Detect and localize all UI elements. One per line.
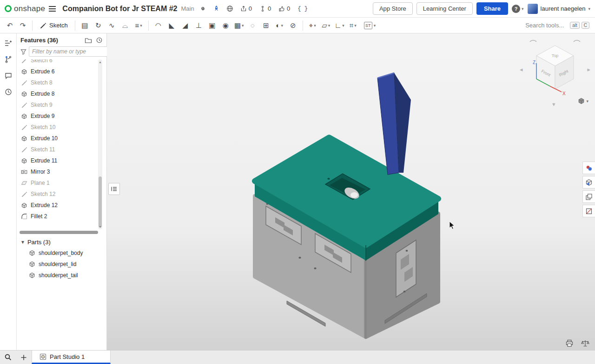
part-item-shoulderpet_tail[interactable]: shoulderpet_tail bbox=[17, 270, 106, 281]
add-tab-button[interactable] bbox=[16, 351, 32, 364]
tool-loft-button[interactable]: ⌓ bbox=[119, 20, 132, 32]
feature-item-extrude-6[interactable]: Extrude 6 bbox=[17, 66, 106, 77]
learning-center-button[interactable]: Learning Center bbox=[416, 2, 473, 15]
globe-icon[interactable] bbox=[225, 5, 235, 12]
feature-list-view-toggle[interactable] bbox=[108, 183, 120, 195]
feature-item-fillet-2[interactable]: Fillet 2 bbox=[17, 211, 106, 222]
scrollbar-thumb[interactable] bbox=[99, 176, 102, 228]
feature-item-sketch-6[interactable]: Sketch 6 bbox=[17, 59, 106, 66]
extrude-icon bbox=[21, 68, 27, 75]
tool-sweep-button[interactable]: ∿ bbox=[106, 20, 118, 32]
tool-circular-pattern-button[interactable]: ◌ bbox=[246, 20, 259, 32]
feature-list-hscrollbar[interactable] bbox=[20, 231, 98, 234]
feature-filter-input[interactable] bbox=[29, 46, 108, 57]
shell-icon: ▣ bbox=[209, 22, 215, 29]
workspace-name[interactable]: Main bbox=[181, 5, 194, 12]
feature-list-scrollbar[interactable]: ▲ ▼ bbox=[98, 59, 102, 229]
feature-item-mirror-3[interactable]: Mirror 3 bbox=[17, 166, 106, 177]
sketch-button[interactable]: Sketch bbox=[36, 19, 72, 32]
tool-surface-button[interactable]: ▱▾ bbox=[320, 20, 332, 32]
revolve-icon: ↻ bbox=[95, 22, 101, 29]
comments-panel-button[interactable] bbox=[3, 71, 14, 81]
tool-draft-button[interactable]: ◢ bbox=[179, 20, 192, 32]
tool-mirror-button[interactable]: ⊞ bbox=[260, 20, 272, 32]
tool-linear-pattern-button[interactable]: ▦▾ bbox=[233, 20, 245, 32]
rotate-down-arrow[interactable]: ▾ bbox=[552, 101, 555, 108]
tab-part-studio-1[interactable]: Part Studio 1 bbox=[32, 351, 111, 364]
feature-item-sketch-9[interactable]: Sketch 9 bbox=[17, 99, 106, 110]
view-options-button[interactable]: ▾ bbox=[578, 98, 588, 104]
history-panel-button[interactable] bbox=[3, 87, 14, 97]
tool-thicken-button[interactable]: ≡▾ bbox=[132, 20, 145, 32]
rotate-cw-arrow[interactable] bbox=[573, 37, 581, 42]
create-folder-icon[interactable] bbox=[85, 37, 92, 44]
feature-item-extrude-9[interactable]: Extrude 9 bbox=[17, 110, 106, 122]
versions-stat[interactable]: 0 bbox=[258, 5, 273, 12]
tool-hole-button[interactable]: ◉ bbox=[219, 20, 232, 32]
share-button[interactable]: Share bbox=[476, 2, 508, 15]
rocket-icon[interactable] bbox=[212, 5, 221, 12]
feature-item-sketch-11[interactable]: Sketch 11 bbox=[17, 144, 106, 155]
rotate-right-arrow[interactable]: ▸ bbox=[587, 66, 590, 73]
feature-item-extrude-10[interactable]: Extrude 10 bbox=[17, 133, 106, 144]
help-button[interactable]: ? ▾ bbox=[512, 5, 524, 13]
view-cube-faces[interactable]: Top Front Right Z X bbox=[531, 43, 579, 98]
feature-label: Extrude 6 bbox=[31, 68, 54, 75]
tool-chamfer-button[interactable]: ◣ bbox=[165, 20, 178, 32]
rotate-left-arrow[interactable]: ◂ bbox=[520, 66, 523, 73]
top-bar: onshape Companion Bot for Jr STEAM #2 Ma… bbox=[0, 0, 595, 18]
svg-text:X: X bbox=[562, 91, 566, 96]
user-menu[interactable]: laurent naegelen ▾ bbox=[528, 4, 590, 14]
tool-delete-part-button[interactable]: ⊘ bbox=[287, 20, 299, 32]
tool-boolean-button[interactable]: ◐▾ bbox=[273, 20, 286, 32]
undo-button[interactable]: ↶ bbox=[4, 20, 16, 32]
tool-fillet-button[interactable]: ◠ bbox=[152, 20, 165, 32]
app-store-button[interactable]: App Store bbox=[373, 2, 413, 15]
parts-section-header[interactable]: ▼ Parts (3) bbox=[17, 234, 106, 247]
main-menu-button[interactable] bbox=[49, 5, 56, 13]
feature-item-extrude-12[interactable]: Extrude 12 bbox=[17, 200, 106, 211]
section-view-button[interactable] bbox=[582, 205, 595, 217]
st-mode-button[interactable]: ST ▾ bbox=[364, 22, 376, 29]
part-item-shoulderpet_body[interactable]: shoulderpet_body bbox=[17, 247, 106, 259]
plane-icon bbox=[21, 180, 27, 186]
feature-label: Sketch 12 bbox=[31, 191, 55, 197]
likes-stat[interactable]: 0 bbox=[277, 5, 292, 12]
tool-rib-button[interactable]: ⊥ bbox=[192, 20, 205, 32]
chevron-down-icon: ▾ bbox=[374, 23, 376, 28]
tool-sheet-metal-button[interactable]: ∟▾ bbox=[333, 20, 346, 32]
redo-button[interactable]: ↷ bbox=[17, 20, 29, 32]
part-item-shoulderpet_lid[interactable]: shoulderpet_lid bbox=[17, 259, 106, 270]
rotate-ccw-arrow[interactable] bbox=[529, 37, 537, 42]
mass-properties-icon[interactable] bbox=[581, 339, 589, 347]
feature-item-sketch-12[interactable]: Sketch 12 bbox=[17, 188, 106, 200]
feature-item-extrude-11[interactable]: Extrude 11 bbox=[17, 155, 106, 166]
display-states-button[interactable] bbox=[582, 190, 595, 203]
feature-item-sketch-10[interactable]: Sketch 10 bbox=[17, 122, 106, 133]
rollback-history-icon[interactable] bbox=[96, 37, 103, 44]
appearance-panel-button[interactable] bbox=[582, 162, 595, 174]
tab-manager-button[interactable] bbox=[0, 351, 16, 364]
parts-visibility-button[interactable] bbox=[582, 176, 595, 188]
printer-icon[interactable] bbox=[565, 339, 574, 347]
chevron-down-icon: ▾ bbox=[342, 23, 344, 28]
scroll-down-arrow[interactable]: ▼ bbox=[98, 225, 102, 228]
tool-revolve-button[interactable]: ↻ bbox=[92, 20, 105, 32]
tool-frame-button[interactable]: ⌗▾ bbox=[347, 20, 359, 32]
viewport[interactable]: Top Front Right Z X ◂ ▸ ▾ ▾ bbox=[107, 33, 595, 350]
link-icon[interactable] bbox=[198, 5, 208, 12]
featurescript-icon[interactable]: { } bbox=[296, 6, 310, 12]
feature-item-sketch-8[interactable]: Sketch 8 bbox=[17, 77, 106, 88]
loft-icon: ⌓ bbox=[122, 22, 128, 29]
outline-panel-button[interactable] bbox=[3, 38, 14, 48]
scroll-up-arrow[interactable]: ▲ bbox=[98, 60, 102, 64]
tool-transform-button[interactable]: ⌖▾ bbox=[306, 20, 319, 32]
tool-extrude-button[interactable]: ▤ bbox=[79, 20, 91, 32]
export-stat[interactable]: 0 bbox=[238, 5, 254, 12]
feature-item-plane-1[interactable]: Plane 1 bbox=[17, 177, 106, 188]
versions-panel-button[interactable] bbox=[3, 54, 14, 65]
tool-search-input[interactable] bbox=[525, 22, 568, 29]
onshape-logo[interactable]: onshape bbox=[5, 4, 45, 13]
feature-item-extrude-8[interactable]: Extrude 8 bbox=[17, 88, 106, 99]
tool-shell-button[interactable]: ▣ bbox=[206, 20, 218, 32]
